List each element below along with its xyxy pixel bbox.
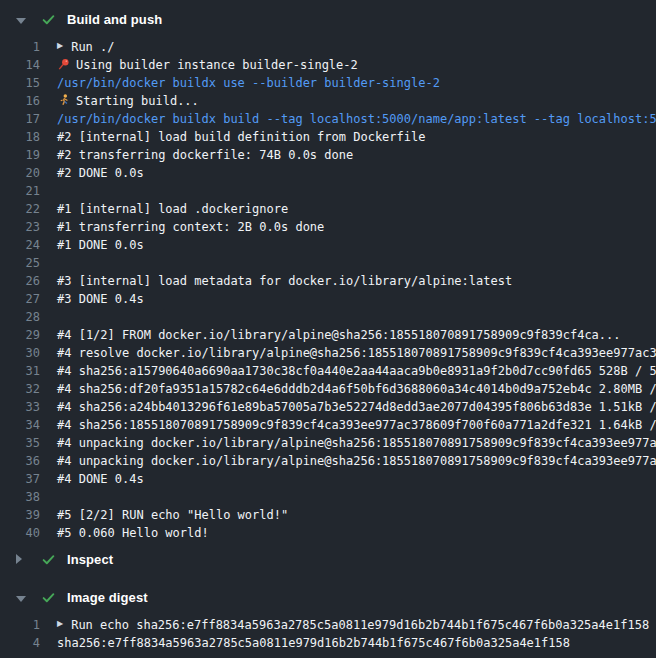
line-number[interactable]: 22 <box>0 200 40 218</box>
line-number[interactable]: 21 <box>0 182 40 200</box>
log-line: 36#4 unpacking docker.io/library/alpine@… <box>0 452 656 470</box>
line-number[interactable]: 25 <box>0 254 40 272</box>
log-text-value: #4 [1/2] FROM docker.io/library/alpine@s… <box>57 326 621 344</box>
chevron-down-icon <box>16 588 26 606</box>
log-text: #4 sha256:a15790640a6690aa1730c38cf0a440… <box>57 362 656 380</box>
line-number[interactable]: 32 <box>0 380 40 398</box>
line-number[interactable]: 35 <box>0 434 40 452</box>
line-number[interactable]: 29 <box>0 326 40 344</box>
log-line: 24#1 DONE 0.0s <box>0 236 656 254</box>
log-line: 30#4 resolve docker.io/library/alpine@sh… <box>0 344 656 362</box>
line-number[interactable]: 24 <box>0 236 40 254</box>
log-text-value: #1 DONE 0.0s <box>57 236 144 254</box>
log-text-value: #1 transferring context: 2B 0.0s done <box>57 218 324 236</box>
line-number[interactable]: 1 <box>0 616 40 634</box>
section-header-inspect[interactable]: Inspect <box>0 548 656 570</box>
log-text: /usr/bin/docker buildx build --tag local… <box>57 110 656 128</box>
log-text-value: #4 resolve docker.io/library/alpine@sha2… <box>57 344 656 362</box>
log-line: 15/usr/bin/docker buildx use --builder b… <box>0 74 656 92</box>
log-text: #1 [internal] load .dockerignore <box>57 200 288 218</box>
log-text: ▶Run echo sha256:e7ff8834a5963a2785c5a08… <box>57 616 649 634</box>
log-text-value: /usr/bin/docker buildx use --builder bui… <box>57 74 440 92</box>
log-line: 22#1 [internal] load .dockerignore <box>0 200 656 218</box>
section-image-digest: Image digest1▶Run echo sha256:e7ff8834a5… <box>0 586 656 652</box>
log-line: 37#4 DONE 0.4s <box>0 470 656 488</box>
log-line: 19#2 transferring dockerfile: 74B 0.0s d… <box>0 146 656 164</box>
line-number[interactable]: 33 <box>0 398 40 416</box>
line-number[interactable]: 4 <box>0 634 40 652</box>
line-number[interactable]: 19 <box>0 146 40 164</box>
log-text-value: Run ./ <box>71 38 114 56</box>
log-line: 28 <box>0 308 656 326</box>
line-number[interactable]: 36 <box>0 452 40 470</box>
line-number[interactable]: 26 <box>0 272 40 290</box>
log-line: 20#2 DONE 0.0s <box>0 164 656 182</box>
log-line: 18#2 [internal] load build definition fr… <box>0 128 656 146</box>
log-text-value: #4 unpacking docker.io/library/alpine@sh… <box>57 452 656 470</box>
log-line: 1▶Run echo sha256:e7ff8834a5963a2785c5a0… <box>0 616 656 634</box>
line-number[interactable]: 16 <box>0 92 40 110</box>
log-text: #1 DONE 0.0s <box>57 236 144 254</box>
log-text-value: #4 sha256:a24bb4013296f61e89ba57005a7b3e… <box>57 398 656 416</box>
line-number[interactable]: 34 <box>0 416 40 434</box>
log-text: #4 sha256:a24bb4013296f61e89ba57005a7b3e… <box>57 398 656 416</box>
log-line: 27#3 DONE 0.4s <box>0 290 656 308</box>
line-number[interactable]: 17 <box>0 110 40 128</box>
log-text-value: #2 transferring dockerfile: 74B 0.0s don… <box>57 146 353 164</box>
line-number[interactable]: 31 <box>0 362 40 380</box>
log-text: #2 [internal] load build definition from… <box>57 128 425 146</box>
log-text-value: #4 sha256:df20fa9351a15782c64e6dddb2d4a6… <box>57 380 656 398</box>
log-line: 33#4 sha256:a24bb4013296f61e89ba57005a7b… <box>0 398 656 416</box>
line-number[interactable]: 30 <box>0 344 40 362</box>
log-text: #4 unpacking docker.io/library/alpine@sh… <box>57 452 656 470</box>
log-text-value: #4 sha256:a15790640a6690aa1730c38cf0a440… <box>57 362 656 380</box>
run-group-arrow-icon[interactable]: ▶ <box>57 38 63 55</box>
section-header-build-and-push[interactable]: Build and push <box>0 8 656 30</box>
line-number[interactable]: 27 <box>0 290 40 308</box>
log-text: #4 unpacking docker.io/library/alpine@sh… <box>57 434 656 452</box>
section-title: Build and push <box>67 12 162 27</box>
line-number[interactable]: 40 <box>0 524 40 542</box>
line-number[interactable]: 14 <box>0 56 40 74</box>
log-text: Starting build... <box>57 92 199 110</box>
line-number[interactable]: 39 <box>0 506 40 524</box>
log-text: #4 DONE 0.4s <box>57 470 144 488</box>
log-text-value: #4 DONE 0.4s <box>57 470 144 488</box>
line-number[interactable]: 28 <box>0 308 40 326</box>
section-header-image-digest[interactable]: Image digest <box>0 586 656 608</box>
log-text-value: sha256:e7ff8834a5963a2785c5a0811e979d16b… <box>57 634 570 652</box>
log-line: 16Starting build... <box>0 92 656 110</box>
chevron-right-icon <box>16 550 26 568</box>
pushpin-icon <box>57 57 71 75</box>
log-line: 39#5 [2/2] RUN echo "Hello world!" <box>0 506 656 524</box>
log-text-value: #4 sha256:185518070891758909c9f839cf4ca3… <box>57 416 656 434</box>
chevron-down-icon <box>16 10 26 28</box>
log-text-value: #5 0.060 Hello world! <box>57 524 209 542</box>
section-title: Image digest <box>67 590 148 605</box>
log-text-value: Using builder instance builder-single-2 <box>76 56 358 74</box>
log-text: Using builder instance builder-single-2 <box>57 56 358 74</box>
log-line: 40#5 0.060 Hello world! <box>0 524 656 542</box>
line-number[interactable]: 20 <box>0 164 40 182</box>
log-line: 38 <box>0 488 656 506</box>
log-line: 32#4 sha256:df20fa9351a15782c64e6dddb2d4… <box>0 380 656 398</box>
line-number[interactable]: 1 <box>0 38 40 56</box>
line-number[interactable]: 23 <box>0 218 40 236</box>
log-line: 25 <box>0 254 656 272</box>
log-line: 14Using builder instance builder-single-… <box>0 56 656 74</box>
log-text-value: #2 [internal] load build definition from… <box>57 128 425 146</box>
line-number[interactable]: 38 <box>0 488 40 506</box>
run-group-arrow-icon[interactable]: ▶ <box>57 616 63 633</box>
log-text-value: #4 unpacking docker.io/library/alpine@sh… <box>57 434 656 452</box>
section-lines: 1▶Run ./14Using builder instance builder… <box>0 38 656 542</box>
section-inspect: Inspect <box>0 548 656 570</box>
log-text: #2 transferring dockerfile: 74B 0.0s don… <box>57 146 353 164</box>
log-line: 1▶Run ./ <box>0 38 656 56</box>
line-number[interactable]: 18 <box>0 128 40 146</box>
line-number[interactable]: 15 <box>0 74 40 92</box>
log-line: 31#4 sha256:a15790640a6690aa1730c38cf0a4… <box>0 362 656 380</box>
log-text: #5 [2/2] RUN echo "Hello world!" <box>57 506 288 524</box>
log-line: 23#1 transferring context: 2B 0.0s done <box>0 218 656 236</box>
log-text: /usr/bin/docker buildx use --builder bui… <box>57 74 440 92</box>
line-number[interactable]: 37 <box>0 470 40 488</box>
